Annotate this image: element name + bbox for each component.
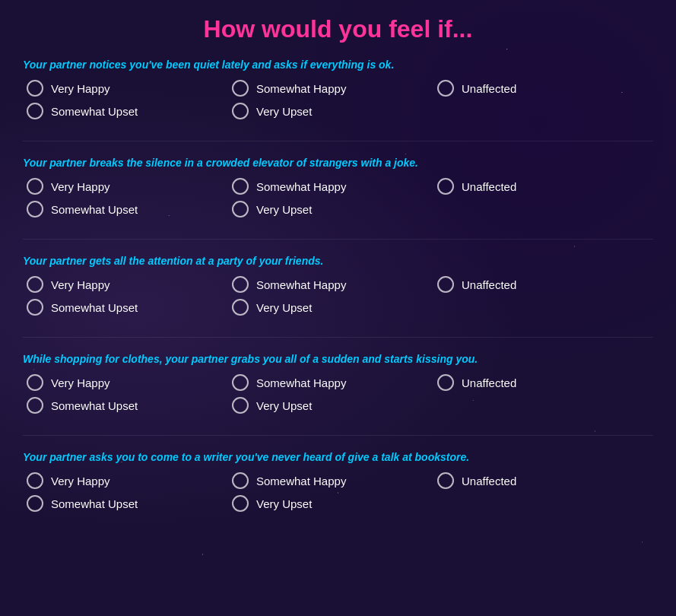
empty-cell-q4-r2c3 bbox=[437, 397, 627, 414]
option-label-q5o2: Somewhat Happy bbox=[256, 475, 346, 487]
radio-circle-q1o3 bbox=[437, 80, 454, 97]
question-block-q2: Your partner breaks the silence in a cro… bbox=[23, 157, 653, 218]
radio-circle-q3o4 bbox=[27, 299, 43, 316]
options-grid-q4: Very HappySomewhat HappyUnaffectedSomewh… bbox=[23, 374, 653, 414]
option-q4o2[interactable]: Somewhat Happy bbox=[232, 374, 437, 391]
empty-cell-q1-r2c3 bbox=[437, 103, 627, 119]
option-q3o4[interactable]: Somewhat Upset bbox=[27, 299, 232, 316]
option-q5o2[interactable]: Somewhat Happy bbox=[232, 472, 437, 489]
empty-cell-q3-r2c3 bbox=[437, 299, 627, 316]
option-label-q1o3: Unaffected bbox=[462, 82, 516, 95]
option-q2o3[interactable]: Unaffected bbox=[437, 178, 627, 195]
option-label-q3o5: Very Upset bbox=[256, 301, 312, 314]
option-label-q4o5: Very Upset bbox=[256, 399, 312, 412]
radio-circle-q2o1 bbox=[27, 178, 43, 195]
option-q4o4[interactable]: Somewhat Upset bbox=[27, 397, 232, 414]
radio-circle-q2o2 bbox=[232, 178, 249, 195]
radio-circle-q4o2 bbox=[232, 374, 249, 391]
option-label-q3o4: Somewhat Upset bbox=[51, 301, 138, 314]
option-label-q2o4: Somewhat Upset bbox=[51, 203, 138, 216]
option-label-q3o3: Unaffected bbox=[462, 278, 516, 291]
option-label-q5o3: Unaffected bbox=[462, 475, 516, 487]
option-q5o5[interactable]: Very Upset bbox=[232, 495, 437, 512]
option-q1o5[interactable]: Very Upset bbox=[232, 103, 437, 119]
option-q4o5[interactable]: Very Upset bbox=[232, 397, 437, 414]
question-text-q5: Your partner asks you to come to a write… bbox=[23, 451, 653, 463]
divider-1 bbox=[23, 239, 653, 240]
question-text-q1: Your partner notices you've been quiet l… bbox=[23, 59, 653, 71]
option-q3o2[interactable]: Somewhat Happy bbox=[232, 276, 437, 293]
option-label-q4o4: Somewhat Upset bbox=[51, 399, 138, 412]
option-label-q1o4: Somewhat Upset bbox=[51, 105, 138, 118]
page-title: How would you feel if... bbox=[23, 15, 653, 43]
radio-circle-q2o4 bbox=[27, 201, 43, 218]
option-q4o3[interactable]: Unaffected bbox=[437, 374, 627, 391]
radio-circle-q3o5 bbox=[232, 299, 249, 316]
radio-circle-q5o5 bbox=[232, 495, 249, 512]
radio-circle-q4o1 bbox=[27, 374, 43, 391]
radio-circle-q5o3 bbox=[437, 472, 454, 489]
divider-2 bbox=[23, 337, 653, 338]
radio-circle-q1o5 bbox=[232, 103, 249, 119]
question-text-q2: Your partner breaks the silence in a cro… bbox=[23, 157, 653, 169]
option-q3o1[interactable]: Very Happy bbox=[27, 276, 232, 293]
radio-circle-q5o1 bbox=[27, 472, 43, 489]
question-block-q4: While shopping for clothes, your partner… bbox=[23, 353, 653, 414]
option-label-q5o1: Very Happy bbox=[51, 475, 110, 487]
questions-container: Your partner notices you've been quiet l… bbox=[23, 59, 653, 512]
radio-circle-q4o4 bbox=[27, 397, 43, 414]
option-q5o4[interactable]: Somewhat Upset bbox=[27, 495, 232, 512]
options-grid-q3: Very HappySomewhat HappyUnaffectedSomewh… bbox=[23, 276, 653, 316]
options-grid-q1: Very HappySomewhat HappyUnaffectedSomewh… bbox=[23, 80, 653, 119]
empty-cell-q5-r2c3 bbox=[437, 495, 627, 512]
option-q2o1[interactable]: Very Happy bbox=[27, 178, 232, 195]
divider-3 bbox=[23, 435, 653, 436]
radio-circle-q2o5 bbox=[232, 201, 249, 218]
option-label-q4o1: Very Happy bbox=[51, 376, 110, 389]
option-label-q5o5: Very Upset bbox=[256, 497, 312, 510]
option-label-q2o3: Unaffected bbox=[462, 180, 516, 193]
option-q2o5[interactable]: Very Upset bbox=[232, 201, 437, 218]
question-text-q4: While shopping for clothes, your partner… bbox=[23, 353, 653, 365]
option-label-q1o2: Somewhat Happy bbox=[256, 82, 346, 95]
option-label-q4o3: Unaffected bbox=[462, 376, 516, 389]
option-label-q1o5: Very Upset bbox=[256, 105, 312, 118]
radio-circle-q3o1 bbox=[27, 276, 43, 293]
question-block-q5: Your partner asks you to come to a write… bbox=[23, 451, 653, 512]
empty-cell-q2-r2c3 bbox=[437, 201, 627, 218]
option-label-q4o2: Somewhat Happy bbox=[256, 376, 346, 389]
options-grid-q5: Very HappySomewhat HappyUnaffectedSomewh… bbox=[23, 472, 653, 512]
radio-circle-q2o3 bbox=[437, 178, 454, 195]
option-q1o2[interactable]: Somewhat Happy bbox=[232, 80, 437, 97]
radio-circle-q1o4 bbox=[27, 103, 43, 119]
radio-circle-q5o4 bbox=[27, 495, 43, 512]
option-label-q2o1: Very Happy bbox=[51, 180, 110, 193]
question-text-q3: Your partner gets all the attention at a… bbox=[23, 255, 653, 267]
option-q3o3[interactable]: Unaffected bbox=[437, 276, 627, 293]
option-label-q3o1: Very Happy bbox=[51, 278, 110, 291]
radio-circle-q3o2 bbox=[232, 276, 249, 293]
divider-0 bbox=[23, 141, 653, 141]
options-grid-q2: Very HappySomewhat HappyUnaffectedSomewh… bbox=[23, 178, 653, 218]
option-q1o1[interactable]: Very Happy bbox=[27, 80, 232, 97]
option-label-q2o5: Very Upset bbox=[256, 203, 312, 216]
option-q2o4[interactable]: Somewhat Upset bbox=[27, 201, 232, 218]
option-q3o5[interactable]: Very Upset bbox=[232, 299, 437, 316]
radio-circle-q5o2 bbox=[232, 472, 249, 489]
radio-circle-q4o5 bbox=[232, 397, 249, 414]
question-block-q3: Your partner gets all the attention at a… bbox=[23, 255, 653, 316]
radio-circle-q3o3 bbox=[437, 276, 454, 293]
option-q1o4[interactable]: Somewhat Upset bbox=[27, 103, 232, 119]
radio-circle-q1o2 bbox=[232, 80, 249, 97]
option-label-q5o4: Somewhat Upset bbox=[51, 497, 138, 510]
option-q2o2[interactable]: Somewhat Happy bbox=[232, 178, 437, 195]
option-q1o3[interactable]: Unaffected bbox=[437, 80, 627, 97]
option-q5o1[interactable]: Very Happy bbox=[27, 472, 232, 489]
option-q4o1[interactable]: Very Happy bbox=[27, 374, 232, 391]
option-label-q1o1: Very Happy bbox=[51, 82, 110, 95]
radio-circle-q4o3 bbox=[437, 374, 454, 391]
option-label-q3o2: Somewhat Happy bbox=[256, 278, 346, 291]
option-label-q2o2: Somewhat Happy bbox=[256, 180, 346, 193]
option-q5o3[interactable]: Unaffected bbox=[437, 472, 627, 489]
question-block-q1: Your partner notices you've been quiet l… bbox=[23, 59, 653, 119]
